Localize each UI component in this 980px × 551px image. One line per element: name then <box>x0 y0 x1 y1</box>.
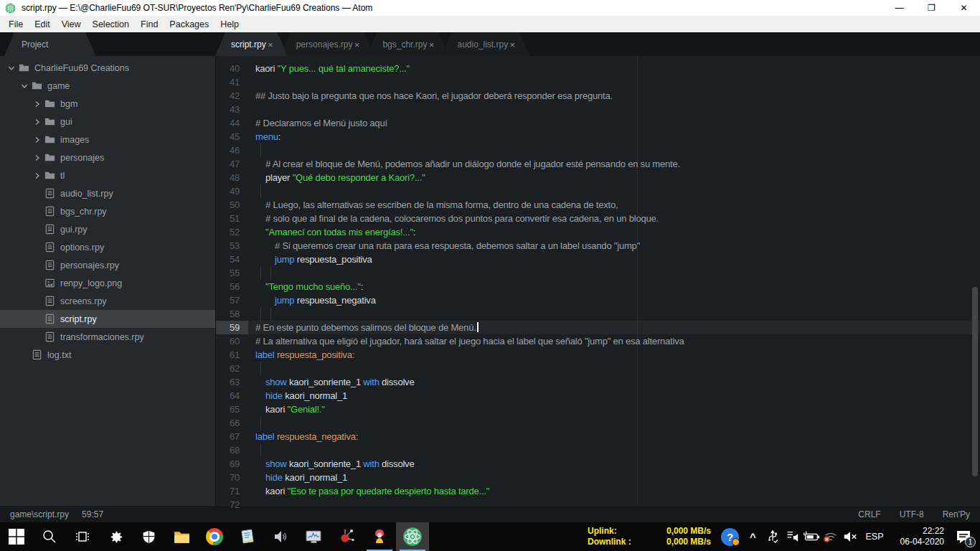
atom-icon[interactable] <box>396 522 429 551</box>
code-line[interactable]: kaori "Eso te pasa por quedarte despiert… <box>248 484 980 498</box>
tree-item-script.rpy[interactable]: script.rpy <box>0 310 215 328</box>
code-line[interactable] <box>248 362 980 375</box>
tab-script.rpy[interactable]: script.rpy× <box>215 32 288 56</box>
action-center-icon[interactable]: 1 <box>947 522 980 551</box>
tree-item-renpy_logo.png[interactable]: renpy_logo.png <box>0 274 215 292</box>
editor-scrollbar[interactable] <box>972 287 978 476</box>
settings-gear-icon[interactable] <box>99 522 132 551</box>
code-line[interactable]: # Al crear el bloque de Menú, podemos añ… <box>248 157 980 171</box>
tab-close-icon[interactable]: × <box>268 39 273 49</box>
code-line[interactable]: kaori "Y pues... qué tal amaneciste?..." <box>248 62 980 75</box>
code-line[interactable] <box>248 143 980 157</box>
code-line[interactable] <box>248 443 980 457</box>
code-line[interactable]: jump respuesta_positiva <box>248 253 980 266</box>
tree-item-label: personajes.rpy <box>60 260 119 270</box>
code-line[interactable]: # En este punto debemos salirnos del blo… <box>248 321 980 334</box>
close-button[interactable]: ✕ <box>948 0 980 16</box>
tree-item-transformaciones.rpy[interactable]: transformaciones.rpy <box>0 328 215 346</box>
code-line[interactable]: # solo que al final de la cadena, coloca… <box>248 212 980 225</box>
menu-item-find[interactable]: Find <box>135 17 164 32</box>
code-line[interactable]: hide kaori_normal_1 <box>248 471 980 484</box>
menu-item-help[interactable]: Help <box>215 17 245 32</box>
line-number: 59 <box>216 321 248 334</box>
task-view-icon[interactable] <box>66 522 99 551</box>
tree-item-gui.rpy[interactable]: gui.rpy <box>0 220 215 238</box>
minimize-button[interactable]: — <box>883 0 915 16</box>
notepad-icon[interactable] <box>231 522 264 551</box>
code-line[interactable]: show kaori_sonriente_1 with dissolve <box>248 457 980 471</box>
tree-item-personajes.rpy[interactable]: personajes.rpy <box>0 256 215 274</box>
tree-item-options.rpy[interactable]: options.rpy <box>0 238 215 256</box>
code-line[interactable]: # Si queremos crear una ruta para esa re… <box>248 239 980 253</box>
anime-app-icon[interactable] <box>363 522 396 551</box>
start-icon[interactable] <box>0 522 33 551</box>
usb-icon[interactable] <box>763 522 782 551</box>
battery-plug-icon[interactable] <box>801 522 821 551</box>
tree-item-personajes[interactable]: personajes <box>0 149 215 166</box>
menu-item-edit[interactable]: Edit <box>29 17 56 32</box>
menu-item-selection[interactable]: Selection <box>87 17 135 32</box>
code-line[interactable] <box>248 75 980 89</box>
code-line[interactable]: kaori "Genial!." <box>248 402 980 416</box>
code-line[interactable] <box>248 416 980 430</box>
code-line[interactable]: show kaori_sonriente_1 with dissolve <box>248 375 980 389</box>
search-icon[interactable] <box>33 522 66 551</box>
code-line[interactable]: menu: <box>248 130 980 143</box>
code-line[interactable]: label respuesta_negativa: <box>248 430 980 443</box>
code-line[interactable]: player "Qué debo responder a Kaori?..." <box>248 171 980 184</box>
tab-audio_list.rpy[interactable]: audio_list.rpy× <box>441 32 529 56</box>
audio-monitor-icon[interactable] <box>297 522 330 551</box>
restore-button[interactable]: ❐ <box>915 0 948 16</box>
file-explorer-icon[interactable] <box>165 522 198 551</box>
volume-mixer-icon[interactable] <box>782 522 801 551</box>
tree-item-bgm[interactable]: bgm <box>0 95 215 113</box>
code-editor[interactable]: 4041424344454647484950515253545556575859… <box>215 56 980 506</box>
tree-item-CharlieFuu69 Creations[interactable]: CharlieFuu69 Creations <box>0 59 215 77</box>
code-line[interactable] <box>248 103 980 116</box>
defender-shield-icon[interactable] <box>132 522 165 551</box>
code-line[interactable] <box>248 498 980 512</box>
code-line[interactable]: label respuesta_positiva: <box>248 348 980 362</box>
tree-item-log.txt[interactable]: log.txt <box>0 346 215 364</box>
speaker-app-icon[interactable] <box>264 522 297 551</box>
line-number: 66 <box>216 416 248 430</box>
code-line[interactable]: jump respuesta_negativa <box>248 293 980 307</box>
menu-item-packages[interactable]: Packages <box>164 17 215 32</box>
tab-bgs_chr.rpy[interactable]: bgs_chr.rpy× <box>367 32 448 56</box>
tab-close-icon[interactable]: × <box>354 39 360 49</box>
code-line[interactable]: hide kaori_normal_1 <box>248 389 980 402</box>
tree-item-images[interactable]: images <box>0 131 215 149</box>
code-line[interactable]: # Declaramos el Menú justo aquí <box>248 116 980 130</box>
volume-muted-icon[interactable] <box>840 522 859 551</box>
menu-item-file[interactable]: File <box>3 17 29 32</box>
tray-chevron-icon[interactable]: ^ <box>743 522 763 551</box>
code-line[interactable] <box>248 266 980 280</box>
status-file-path[interactable]: game\script.rpy <box>10 509 69 519</box>
code-line[interactable]: # La alternativa que eligió el jugador, … <box>248 334 980 348</box>
tree-item-game[interactable]: game <box>0 77 215 95</box>
file-icon <box>44 260 55 270</box>
menu-item-view[interactable]: View <box>56 17 87 32</box>
wifi-blocked-icon[interactable] <box>821 522 840 551</box>
tab-close-icon[interactable]: × <box>429 39 435 49</box>
code-line[interactable]: # Luego, las alternativas se escriben de… <box>248 198 980 212</box>
code-line[interactable] <box>248 184 980 198</box>
taskbar-clock[interactable]: 22:22 06-04-2020 <box>890 522 947 551</box>
tree-item-bgs_chr.rpy[interactable]: bgs_chr.rpy <box>0 202 215 220</box>
help-icon[interactable]: ? <box>721 528 739 546</box>
tree-item-gui[interactable]: gui <box>0 113 215 131</box>
language-indicator[interactable]: ESP <box>859 522 890 551</box>
tree-item-audio_list.rpy[interactable]: audio_list.rpy <box>0 184 215 202</box>
tree-item-tl[interactable]: tl <box>0 166 215 184</box>
status-cursor-position[interactable]: 59:57 <box>82 509 103 519</box>
tab-close-icon[interactable]: × <box>510 39 516 49</box>
tree-item-screens.rpy[interactable]: screens.rpy <box>0 292 215 310</box>
molecule-app-icon[interactable] <box>330 522 363 551</box>
chrome-icon[interactable] <box>198 522 231 551</box>
tab-personajes.rpy[interactable]: personajes.rpy× <box>281 32 374 56</box>
code-line[interactable] <box>248 307 980 321</box>
code-line[interactable]: "Amanecí con todas mis energías!...": <box>248 225 980 239</box>
code-line[interactable]: ## Justo bajo la pregunta que nos hace K… <box>248 89 980 103</box>
code-line[interactable]: "Tengo mucho sueño...": <box>248 280 980 293</box>
project-panel-tab[interactable]: Project <box>4 32 95 56</box>
